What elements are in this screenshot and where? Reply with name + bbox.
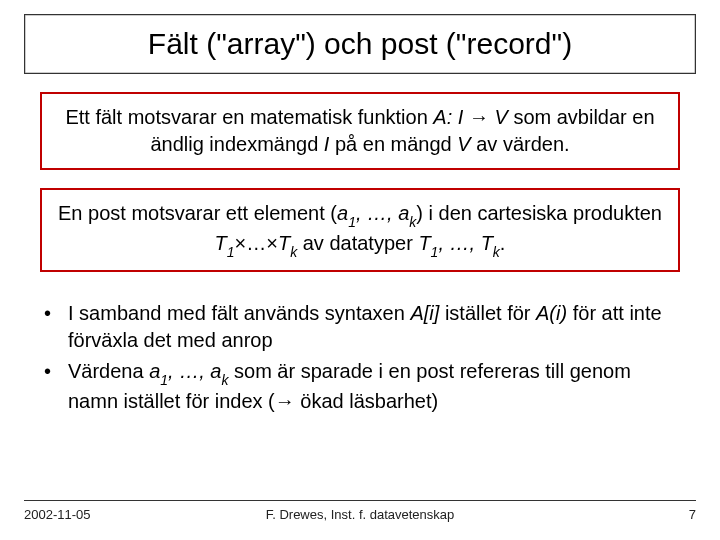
times-icon: × bbox=[266, 232, 278, 254]
var-a: a bbox=[210, 360, 221, 382]
sub-1: 1 bbox=[431, 244, 439, 260]
var-t: T bbox=[215, 232, 227, 254]
var-v: V bbox=[457, 133, 470, 155]
bullet-list: • I samband med fält används syntaxen A[… bbox=[44, 300, 680, 415]
arrow-icon: → bbox=[275, 390, 295, 412]
text: istället för bbox=[439, 302, 536, 324]
bullet-text: Värdena a1, …, ak som är sparade i en po… bbox=[68, 358, 680, 415]
text: , …, bbox=[168, 360, 210, 382]
text: I samband med fält används syntaxen bbox=[68, 302, 410, 324]
text: ) i den cartesiska produkten bbox=[416, 202, 662, 224]
sub-k: k bbox=[409, 214, 416, 230]
text: Värdena bbox=[68, 360, 149, 382]
sub-1: 1 bbox=[160, 372, 168, 388]
var-t: T bbox=[418, 232, 430, 254]
title-text: Fält ("array") och post ("record") bbox=[148, 27, 572, 60]
text: av datatyper bbox=[297, 232, 418, 254]
list-item: • I samband med fält används syntaxen A[… bbox=[44, 300, 680, 354]
text: . bbox=[500, 232, 506, 254]
footer-date: 2002-11-05 bbox=[24, 507, 248, 522]
sub-1: 1 bbox=[348, 214, 356, 230]
var-a: a bbox=[337, 202, 348, 224]
text: , …, bbox=[438, 232, 480, 254]
var-t: T bbox=[481, 232, 493, 254]
syntax-bracket: A[i] bbox=[410, 302, 439, 324]
list-item: • Värdena a1, …, ak som är sparade i en … bbox=[44, 358, 680, 415]
footer-author: F. Drewes, Inst. f. datavetenskap bbox=[248, 507, 472, 522]
text: av värden. bbox=[471, 133, 570, 155]
definition-array: Ett fält motsvarar en matematisk funktio… bbox=[40, 92, 680, 170]
slide-footer: 2002-11-05 F. Drewes, Inst. f. dataveten… bbox=[24, 500, 696, 522]
sub-k: k bbox=[493, 244, 500, 260]
sub-k: k bbox=[290, 244, 297, 260]
footer-page: 7 bbox=[472, 507, 696, 522]
bullet-text: I samband med fält används syntaxen A[i]… bbox=[68, 300, 680, 354]
syntax-paren: A(i) bbox=[536, 302, 567, 324]
text: En post motsvarar ett element ( bbox=[58, 202, 337, 224]
slide-title: Fält ("array") och post ("record") bbox=[24, 14, 696, 74]
sub-k: k bbox=[221, 372, 228, 388]
text: ökad läsbarhet) bbox=[295, 390, 438, 412]
text: Ett fält motsvarar en matematisk funktio… bbox=[65, 106, 433, 128]
text: , …, bbox=[356, 202, 398, 224]
bullet-icon: • bbox=[44, 358, 68, 385]
fn-v: V bbox=[489, 106, 508, 128]
bullet-icon: • bbox=[44, 300, 68, 327]
sub-1: 1 bbox=[227, 244, 235, 260]
times-icon: × bbox=[235, 232, 247, 254]
var-t: T bbox=[278, 232, 290, 254]
var-a: a bbox=[398, 202, 409, 224]
fn-ai: A: I bbox=[433, 106, 469, 128]
var-a: a bbox=[149, 360, 160, 382]
text: … bbox=[246, 232, 266, 254]
definition-record: En post motsvarar ett element (a1, …, ak… bbox=[40, 188, 680, 272]
arrow-icon: → bbox=[469, 106, 489, 128]
text: på en mängd bbox=[329, 133, 457, 155]
